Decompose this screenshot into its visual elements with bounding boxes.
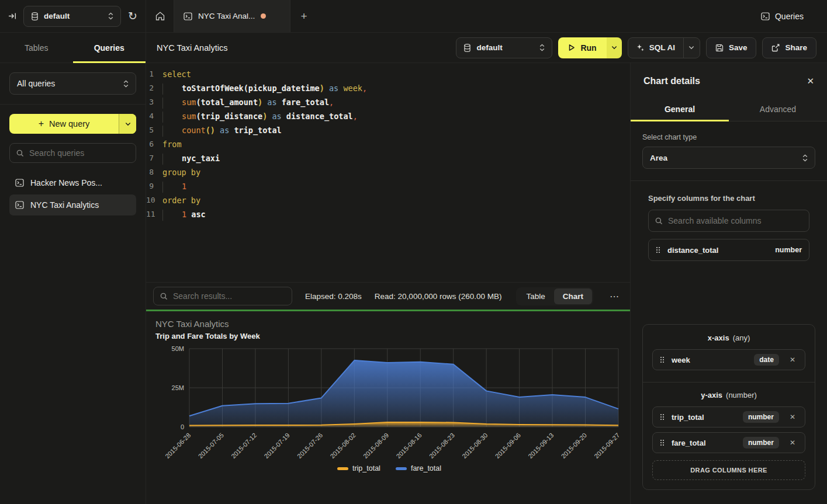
chart-type-label: Select chart type bbox=[642, 133, 815, 141]
legend-item-trip_total[interactable]: trip_total bbox=[337, 464, 380, 472]
topbar-database-select[interactable]: default bbox=[23, 6, 121, 27]
query-search-input[interactable] bbox=[29, 148, 135, 158]
svg-text:2015-08-16: 2015-08-16 bbox=[395, 432, 423, 460]
new-query-label: New query bbox=[49, 119, 89, 128]
drag-handle-icon[interactable] bbox=[656, 246, 660, 253]
view-table[interactable]: Table bbox=[517, 289, 553, 304]
sidebar-tabs: Tables Queries bbox=[0, 33, 146, 63]
legend-label: fare_total bbox=[411, 464, 441, 472]
new-query-button[interactable]: + New query bbox=[9, 114, 136, 134]
collapse-sidebar-icon[interactable] bbox=[8, 12, 16, 20]
y-axis-item-fare-total[interactable]: fare_total number ✕ bbox=[652, 432, 805, 453]
sql-ai-main[interactable]: SQL AI bbox=[628, 38, 683, 58]
svg-text:2015-08-02: 2015-08-02 bbox=[328, 432, 357, 460]
panel-title: Chart details bbox=[643, 76, 700, 86]
x-axis-header: x-axis(any) bbox=[652, 333, 805, 342]
svg-text:2015-07-05: 2015-07-05 bbox=[197, 432, 225, 460]
chevron-updown-icon bbox=[108, 12, 113, 20]
chart-type-select[interactable]: Area bbox=[642, 147, 815, 169]
panel-body: Select chart type Area Specify columns f… bbox=[631, 121, 827, 504]
run-dropdown[interactable] bbox=[607, 37, 622, 58]
query-item-label: NYC Taxi Analytics bbox=[30, 200, 99, 210]
results-search[interactable] bbox=[153, 287, 292, 305]
tab-advanced[interactable]: Advanced bbox=[729, 97, 827, 121]
divider bbox=[631, 180, 827, 181]
share-label: Share bbox=[785, 43, 807, 52]
svg-text:2015-08-09: 2015-08-09 bbox=[362, 432, 390, 460]
refresh-icon[interactable]: ↻ bbox=[128, 11, 137, 22]
run-button[interactable]: Run bbox=[558, 37, 621, 58]
plus-icon: + bbox=[39, 119, 44, 129]
chart-section: NYC Taxi Analytics Trip and Fare Totals … bbox=[146, 311, 630, 504]
database-icon bbox=[31, 12, 39, 20]
terminal-icon bbox=[15, 201, 24, 209]
remove-icon[interactable]: ✕ bbox=[786, 412, 799, 422]
more-options-icon[interactable]: ⋯ bbox=[606, 291, 623, 302]
query-item-label: Hacker News Pos... bbox=[30, 178, 102, 187]
sidebar-tab-queries[interactable]: Queries bbox=[73, 33, 146, 62]
chart-subtitle: Trip and Fare Totals by Week bbox=[155, 332, 623, 340]
remove-icon[interactable]: ✕ bbox=[786, 437, 799, 448]
svg-text:2015-08-23: 2015-08-23 bbox=[428, 432, 456, 460]
queries-shortcut-label: Queries bbox=[775, 12, 804, 21]
svg-text:2015-06-28: 2015-06-28 bbox=[164, 432, 192, 460]
new-query-dropdown[interactable] bbox=[119, 114, 136, 134]
sidebar-body: All queries + New query bbox=[0, 63, 146, 225]
drag-handle-icon[interactable] bbox=[660, 356, 665, 363]
topbar-left: default ↻ bbox=[0, 0, 146, 32]
queries-shortcut[interactable]: Queries bbox=[749, 0, 827, 32]
legend-swatch bbox=[396, 467, 407, 470]
save-button[interactable]: Save bbox=[706, 37, 757, 58]
sql-ai-dropdown[interactable] bbox=[683, 38, 700, 58]
svg-text:2015-07-26: 2015-07-26 bbox=[296, 432, 324, 460]
sidebar-tab-tables[interactable]: Tables bbox=[0, 33, 73, 62]
remove-icon[interactable]: ✕ bbox=[786, 354, 799, 365]
legend-item-fare_total[interactable]: fare_total bbox=[396, 464, 441, 472]
database-icon bbox=[463, 44, 471, 52]
svg-text:25M: 25M bbox=[172, 384, 184, 391]
view-chart[interactable]: Chart bbox=[554, 289, 592, 304]
type-badge: date bbox=[754, 354, 779, 366]
y-axis-item-trip-total[interactable]: trip_total number ✕ bbox=[652, 406, 805, 427]
query-item-nyc-taxi[interactable]: NYC Taxi Analytics bbox=[9, 194, 136, 215]
toolbar-database-value: default bbox=[476, 43, 502, 52]
columns-search-input[interactable] bbox=[668, 216, 802, 225]
sql-ai-button[interactable]: SQL AI bbox=[628, 37, 700, 58]
x-axis-item-week[interactable]: week date ✕ bbox=[652, 349, 805, 370]
run-label: Run bbox=[580, 43, 596, 53]
chevron-updown-icon bbox=[539, 44, 545, 51]
y-axis-header: y-axis(number) bbox=[652, 391, 805, 399]
view-toggle: Table Chart bbox=[516, 287, 593, 305]
elapsed-stat: Elapsed: 0.208s bbox=[305, 292, 362, 301]
drop-zone[interactable]: DRAG COLUMNS HERE bbox=[652, 460, 805, 480]
query-search[interactable] bbox=[9, 143, 136, 163]
results-search-input[interactable] bbox=[173, 291, 285, 301]
close-icon[interactable]: ✕ bbox=[807, 76, 814, 86]
sidebar: Tables Queries All queries + New query bbox=[0, 33, 146, 504]
tab-general[interactable]: General bbox=[631, 97, 729, 121]
x-axis-section: x-axis(any) week date ✕ bbox=[643, 325, 815, 382]
home-tab[interactable] bbox=[146, 0, 174, 32]
run-main[interactable]: Run bbox=[558, 37, 606, 58]
query-toolbar: NYC Taxi Analytics default Run bbox=[146, 33, 827, 63]
new-tab-button[interactable]: + bbox=[290, 0, 317, 32]
tab-nyc-taxi-analytics[interactable]: NYC Taxi Anal... bbox=[174, 0, 290, 32]
available-column-distance-total[interactable]: distance_total number bbox=[648, 239, 809, 261]
query-filter-value: All queries bbox=[17, 79, 55, 88]
drag-handle-icon[interactable] bbox=[660, 439, 665, 446]
toolbar-database-select[interactable]: default bbox=[456, 37, 552, 58]
drag-handle-icon[interactable] bbox=[660, 413, 665, 420]
query-filter-select[interactable]: All queries bbox=[9, 72, 136, 95]
top-bar: default ↻ NYC Taxi Anal... + Queries bbox=[0, 0, 827, 33]
play-icon bbox=[568, 44, 575, 51]
share-button[interactable]: Share bbox=[762, 37, 816, 58]
new-query-main[interactable]: + New query bbox=[9, 114, 119, 134]
column-name: trip_total bbox=[672, 413, 736, 422]
columns-search[interactable] bbox=[648, 210, 809, 232]
panel-tabs: General Advanced bbox=[631, 97, 827, 121]
save-label: Save bbox=[729, 43, 748, 52]
terminal-icon bbox=[184, 12, 192, 20]
spacer bbox=[642, 261, 815, 324]
query-item-hacker-news[interactable]: Hacker News Pos... bbox=[9, 172, 136, 193]
sql-editor[interactable]: 1select2toStartOfWeek(pickup_datetime) a… bbox=[146, 63, 630, 282]
